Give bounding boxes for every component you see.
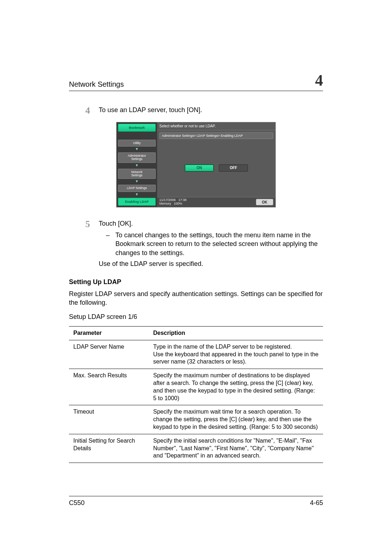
table-row: Initial Setting for Search Details Speci… — [69, 434, 323, 463]
running-header: Network Settings 4 — [69, 73, 323, 91]
footer-page: 4-65 — [310, 499, 323, 507]
sidebar-item-admin[interactable]: Administrator Settings — [118, 152, 156, 163]
table-row: Max. Search Results Specify the maximum … — [69, 369, 323, 405]
sidebar-item-network[interactable]: Network Settings — [118, 169, 156, 179]
document-page: Network Settings 4 4 To use an LDAP serv… — [0, 0, 392, 554]
table-row: LDAP Server Name Type in the name of the… — [69, 340, 323, 369]
step-4: 4 To use an LDAP server, touch [ON]. — [69, 106, 323, 116]
chevron-down-icon: ▼ — [118, 180, 156, 183]
param-cell: Timeout — [69, 405, 149, 434]
mfp-main: Select whether or not to use LDAP. Admin… — [157, 122, 275, 207]
mfp-date: 11/17/2006 — [159, 198, 176, 202]
off-button[interactable]: OFF — [219, 164, 248, 172]
embedded-screenshot: Bookmark Utility ▼ Administrator Setting… — [69, 122, 323, 208]
col-description: Description — [149, 327, 323, 340]
chapter-number: 4 — [315, 73, 323, 89]
mfp-panel: Bookmark Utility ▼ Administrator Setting… — [116, 122, 276, 208]
step-body: Touch [OK]. – To cancel changes to the s… — [99, 219, 323, 268]
param-cell: LDAP Server Name — [69, 340, 149, 369]
desc-cell: Specify the maximum number of destinatio… — [149, 369, 323, 405]
step-text: Touch [OK]. — [99, 219, 323, 228]
mfp-memory-pct: 100% — [174, 202, 182, 205]
step-text: To use an LDAP server, touch [ON]. — [99, 106, 323, 116]
table-row: Timeout Specify the maximum wait time fo… — [69, 405, 323, 434]
col-parameter: Parameter — [69, 327, 149, 340]
param-cell: Max. Search Results — [69, 369, 149, 405]
substep-text: To cancel changes to the settings, touch… — [115, 231, 323, 257]
running-title: Network Settings — [69, 80, 124, 89]
chevron-down-icon: ▼ — [118, 147, 156, 151]
ok-button[interactable]: OK — [256, 199, 273, 205]
desc-cell: Type in the name of the LDAP server to b… — [149, 340, 323, 369]
table-header-row: Parameter Description — [69, 327, 323, 340]
chevron-down-icon: ▼ — [118, 164, 156, 167]
desc-cell: Specify the initial search conditions fo… — [149, 434, 323, 463]
page-footer: C550 4-65 — [69, 496, 323, 507]
bookmark-button[interactable]: Bookmark — [118, 124, 156, 132]
screen-label: Setup LDAP screen 1/6 — [69, 312, 323, 321]
dash-bullet: – — [106, 231, 110, 257]
mfp-body: ON OFF — [157, 139, 275, 197]
step-number: 5 — [69, 219, 90, 268]
sidebar-item-utility[interactable]: Utility — [118, 140, 156, 147]
mfp-title-bar: Select whether or not to use LDAP. — [157, 122, 275, 130]
step-5: 5 Touch [OK]. – To cancel changes to the… — [69, 219, 323, 268]
mfp-breadcrumb: Administrator Settings> LDAP Settings> E… — [159, 132, 273, 139]
mfp-memory-label: Memory — [159, 202, 171, 205]
step-substep: – To cancel changes to the settings, tou… — [99, 231, 323, 257]
sidebar-item-ldap[interactable]: LDAP Settings — [118, 185, 156, 192]
desc-cell: Specify the maximum wait time for a sear… — [149, 405, 323, 434]
parameter-table: Parameter Description LDAP Server Name T… — [69, 326, 323, 463]
footer-model: C550 — [69, 499, 85, 507]
mfp-sidebar: Bookmark Utility ▼ Administrator Setting… — [117, 122, 157, 207]
chevron-down-icon: ▼ — [118, 193, 156, 196]
mfp-footer: 11/17/2006 17:38 Memory 100% OK — [157, 197, 275, 207]
param-cell: Initial Setting for Search Details — [69, 434, 149, 463]
mfp-time: 17:38 — [179, 198, 187, 202]
step-after-text: Use of the LDAP server is specified. — [99, 259, 323, 268]
on-button[interactable]: ON — [185, 164, 214, 172]
section-heading: Setting Up LDAP — [69, 278, 323, 286]
step-number: 4 — [69, 106, 90, 116]
mfp-datetime: 11/17/2006 17:38 Memory 100% — [159, 198, 187, 206]
sidebar-item-enabling-ldap[interactable]: Enabling LDAP — [118, 198, 156, 206]
section-intro: Register LDAP servers and specify authen… — [69, 290, 323, 307]
